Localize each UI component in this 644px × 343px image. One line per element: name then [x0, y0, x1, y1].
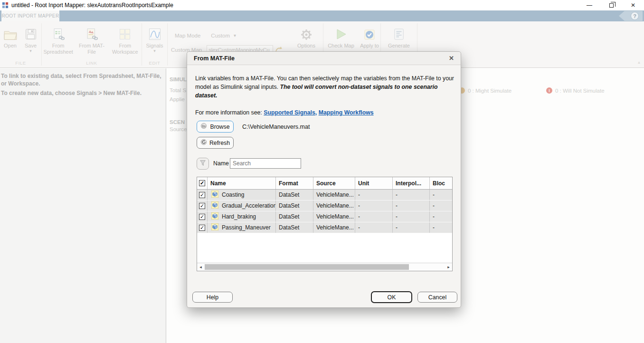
- from-mat-file-dialog: From MAT-File ✕ Link variables from a MA…: [187, 51, 461, 308]
- filter-button[interactable]: [197, 158, 209, 170]
- open-folder-icon: [4, 26, 17, 40]
- minimize-icon: —: [587, 2, 592, 9]
- filter-funnel-icon: [199, 160, 206, 168]
- variable-name: Hard_braking: [222, 213, 256, 220]
- ribbon-group-link: From Spreadsheet From MAT-File From Work…: [42, 21, 142, 67]
- ribbon-group-edit: Signals ▾ EDIT: [142, 21, 167, 67]
- file-group-label: FILE: [0, 60, 41, 66]
- mapping-workflows-link[interactable]: Mapping Workflows: [319, 109, 374, 116]
- dataset-cube-icon: [211, 201, 218, 210]
- close-button[interactable]: ✕: [622, 0, 644, 10]
- tab-root-inport-mapper[interactable]: ROOT INPORT MAPPER: [1, 10, 59, 21]
- dialog-body: Link variables from a MAT-File. You can …: [187, 65, 461, 307]
- variable-block: -: [430, 190, 452, 200]
- app-icon: [2, 2, 9, 9]
- close-icon: ✕: [631, 2, 635, 9]
- column-header-unit[interactable]: Unit: [355, 177, 393, 189]
- restore-icon: [609, 3, 614, 8]
- browse-folder-icon: [200, 123, 207, 130]
- mat-file-link-icon: [85, 26, 98, 40]
- from-mat-file-button[interactable]: From MAT-File: [76, 26, 106, 55]
- scenario-section-label: SCEN: [170, 119, 185, 125]
- column-header-name[interactable]: Name: [208, 177, 276, 189]
- horizontal-scrollbar[interactable]: ◂ ▸: [197, 263, 452, 271]
- search-input[interactable]: [230, 158, 301, 169]
- scroll-left-icon[interactable]: ◂: [197, 263, 204, 271]
- variable-format: DataSet: [276, 190, 313, 200]
- edit-group-label: EDIT: [142, 60, 167, 66]
- collapse-ribbon-icon[interactable]: ▴: [638, 59, 640, 65]
- variable-block: -: [430, 222, 452, 233]
- cancel-button[interactable]: Cancel: [417, 292, 457, 303]
- mat-file-path: C:\VehicleManeuvers.mat: [242, 124, 310, 130]
- help-button-dialog[interactable]: Help: [192, 292, 233, 303]
- ribbon-tabstrip: ROOT INPORT MAPPER ?: [0, 10, 644, 21]
- generate-document-icon: [393, 26, 405, 40]
- variable-unit: -: [355, 200, 393, 211]
- checkbox-check-icon: ✓: [199, 214, 205, 220]
- column-header-format[interactable]: Format: [276, 177, 313, 189]
- scroll-right-icon[interactable]: ▸: [445, 263, 452, 271]
- restore-button[interactable]: [600, 0, 622, 10]
- variable-format: DataSet: [276, 211, 313, 222]
- variable-name: Gradual_Acceleration: [222, 202, 276, 209]
- minimize-button[interactable]: —: [578, 0, 600, 10]
- variable-unit: -: [355, 211, 393, 222]
- map-mode-dropdown[interactable]: Custom: [211, 33, 230, 38]
- window-titlebar: untitled - Root Inport Mapper: slexAutot…: [0, 0, 644, 10]
- map-mode-caret-icon: ▾: [234, 34, 236, 38]
- variable-interpolation: -: [393, 211, 430, 222]
- table-row[interactable]: ✓ Passing_Maneuver DataSet VehicleMane..…: [197, 222, 452, 233]
- column-header-block[interactable]: Bloc: [430, 177, 452, 189]
- table-row[interactable]: ✓ Gradual_Acceleration DataSet VehicleMa…: [197, 200, 452, 211]
- row-checkbox[interactable]: ✓: [197, 190, 208, 200]
- table-row[interactable]: ✓ Coasting DataSet VehicleMane... - - -: [197, 190, 452, 200]
- refresh-button[interactable]: Refresh: [197, 137, 234, 149]
- ok-button[interactable]: OK: [371, 291, 412, 303]
- browse-button[interactable]: Browse: [197, 121, 234, 133]
- save-dropdown-caret-icon[interactable]: ▾: [29, 49, 32, 53]
- error-icon: !: [546, 87, 552, 94]
- row-checkbox[interactable]: ✓: [197, 211, 208, 222]
- variables-table: ✓ Name Format Source Unit Interpol... Bl…: [197, 177, 453, 271]
- signals-button[interactable]: Signals ▾: [143, 26, 166, 53]
- filter-name-label: Name: [213, 160, 229, 167]
- select-all-checkbox[interactable]: ✓: [197, 177, 208, 189]
- dialog-close-icon[interactable]: ✕: [449, 55, 454, 62]
- signals-dropdown-caret-icon[interactable]: ▾: [153, 49, 156, 53]
- row-checkbox[interactable]: ✓: [197, 200, 208, 211]
- link-group-label: LINK: [42, 60, 142, 66]
- help-button[interactable]: ?: [631, 12, 639, 20]
- checkbox-check-icon: ✓: [199, 192, 205, 198]
- column-header-interpolation[interactable]: Interpol...: [393, 177, 430, 189]
- dataset-cube-icon: [211, 191, 218, 199]
- scrollbar-track[interactable]: [204, 263, 445, 271]
- variable-interpolation: -: [393, 200, 430, 211]
- scrollbar-thumb[interactable]: [205, 264, 409, 270]
- dialog-description: Link variables from a MAT-File. You can …: [195, 74, 455, 100]
- from-spreadsheet-button[interactable]: From Spreadsheet: [42, 26, 75, 55]
- source-label: Source: [170, 126, 187, 132]
- save-floppy-icon: [25, 26, 37, 40]
- from-workspace-button[interactable]: From Workspace: [109, 26, 142, 55]
- variable-interpolation: -: [393, 190, 430, 200]
- save-button[interactable]: Save ▾: [21, 26, 40, 53]
- checkbox-check-icon: ✓: [199, 180, 205, 186]
- applied-label: Applie: [170, 96, 185, 102]
- hint-panel: To link to existing data, select From Sp…: [0, 68, 166, 343]
- column-header-source[interactable]: Source: [313, 177, 355, 189]
- workspace-grid-icon: [119, 26, 131, 40]
- will-not-simulate-status: ! 0 : Will Not Simulate: [546, 87, 605, 94]
- supported-signals-link[interactable]: Supported Signals: [264, 109, 315, 116]
- row-checkbox[interactable]: ✓: [197, 222, 208, 233]
- info-line: For more information see: Supported Sign…: [195, 109, 374, 116]
- checkbox-check-icon: ✓: [199, 225, 205, 231]
- table-header-row: ✓ Name Format Source Unit Interpol... Bl…: [197, 177, 452, 190]
- open-button[interactable]: Open: [1, 26, 19, 53]
- variable-name: Passing_Maneuver: [222, 224, 271, 231]
- total-signals-label: Total S: [170, 87, 186, 93]
- variable-source: VehicleMane...: [313, 211, 355, 222]
- help-wedge: ?: [619, 11, 643, 21]
- might-simulate-status: 0 : Might Simulate: [459, 87, 511, 94]
- table-row[interactable]: ✓ Hard_braking DataSet VehicleMane... - …: [197, 211, 452, 222]
